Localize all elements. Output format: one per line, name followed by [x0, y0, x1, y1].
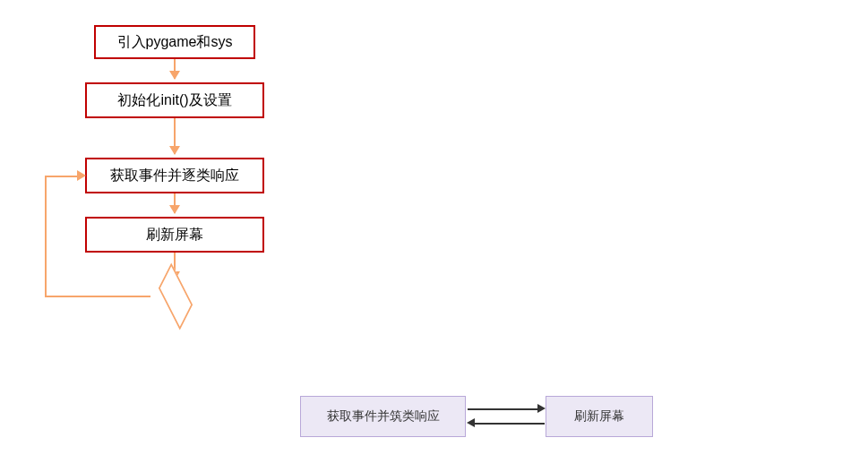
aux-box-refresh-label: 刷新屏幕: [574, 408, 624, 425]
loop-line-bottom: [45, 296, 150, 297]
loop-arrow-head: [77, 170, 86, 181]
bi-arrow-top-line: [468, 408, 539, 410]
flow-step-init-label: 初始化init()及设置: [117, 91, 231, 110]
flow-step-refresh-label: 刷新屏幕: [146, 226, 203, 245]
aux-box-refresh: 刷新屏幕: [546, 396, 653, 437]
flow-step-events: 获取事件并逐类响应: [85, 158, 264, 193]
bi-arrow-bottom-line: [473, 423, 545, 425]
flow-step-import: 引入pygame和sys: [94, 25, 255, 59]
flow-step-events-label: 获取事件并逐类响应: [110, 167, 239, 185]
aux-box-events: 获取事件并筑类响应: [300, 396, 466, 437]
arrow-init-to-events: [174, 118, 176, 154]
bi-arrow-bottom-head: [467, 418, 475, 427]
bi-arrow-top-head: [537, 404, 546, 413]
arrow-import-to-init: [174, 59, 176, 79]
aux-box-events-label: 获取事件并筑类响应: [327, 408, 440, 425]
flow-step-refresh: 刷新屏幕: [85, 217, 264, 253]
flow-step-import-label: 引入pygame和sys: [117, 33, 233, 52]
flow-decision: [159, 263, 193, 330]
arrow-events-to-refresh: [174, 193, 176, 213]
flow-step-init: 初始化init()及设置: [85, 82, 264, 118]
loop-line-left: [45, 176, 47, 297]
loop-line-top: [45, 176, 79, 177]
